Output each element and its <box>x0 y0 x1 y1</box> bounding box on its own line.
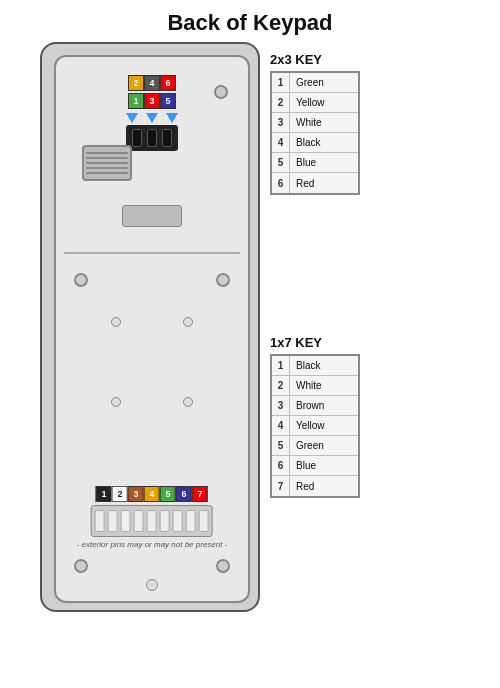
dot-mid-right-bot <box>183 397 193 407</box>
key-1x7-num-1: 1 <box>272 356 290 375</box>
key-2x3-color-6: Red <box>290 178 320 189</box>
top-connector: 2 4 6 1 3 5 <box>126 75 178 151</box>
bottom-circle <box>146 579 158 591</box>
connector-hole-1 <box>132 129 142 147</box>
arrow-1 <box>126 113 138 123</box>
mid-latch <box>122 205 182 227</box>
key-1x7-num-4: 4 <box>272 416 290 435</box>
key-2x3-num-5: 5 <box>272 153 290 172</box>
key-2x3-num-4: 4 <box>272 133 290 152</box>
bottom-pin-row: 1 2 3 4 5 6 7 <box>96 486 208 502</box>
screw-mid-right <box>216 273 230 287</box>
key-2x3-color-5: Blue <box>290 157 322 168</box>
page-title: Back of Keypad <box>0 0 500 42</box>
pin-b7: 7 <box>192 486 208 502</box>
key-2x3-row-6: 6 Red <box>272 173 358 193</box>
dot-mid-left-top <box>111 317 121 327</box>
bottom-pin-9 <box>199 510 209 532</box>
key-1x7-row-1: 1 Black <box>272 356 358 376</box>
dot-mid-right-top <box>183 317 193 327</box>
bottom-pin-3 <box>121 510 131 532</box>
key-2x3-row-4: 4 Black <box>272 133 358 153</box>
screw-top-right <box>214 85 228 99</box>
speaker <box>82 145 132 181</box>
key-2x3-table: 1 Green 2 Yellow 3 White 4 Black 5 Blu <box>270 71 360 195</box>
pin-b4: 4 <box>144 486 160 502</box>
speaker-line-2 <box>86 157 128 159</box>
key-2x3-row-3: 3 White <box>272 113 358 133</box>
h-divider <box>64 252 240 254</box>
key-2x3-color-3: White <box>290 117 328 128</box>
connector-block-top <box>126 125 178 151</box>
pin-5: 5 <box>160 93 176 109</box>
key-1x7-row-5: 5 Green <box>272 436 358 456</box>
bottom-pin-2 <box>108 510 118 532</box>
key-1x7-color-7: Red <box>290 481 320 492</box>
key-1x7-color-6: Blue <box>290 460 322 471</box>
speaker-line-5 <box>86 172 128 174</box>
key-1x7-color-3: Brown <box>290 400 330 411</box>
key-1x7-num-7: 7 <box>272 476 290 496</box>
pin-b2: 2 <box>112 486 128 502</box>
key-1x7-num-3: 3 <box>272 396 290 415</box>
side-keys: 2x3 KEY 1 Green 2 Yellow 3 White 4 Black <box>270 52 360 498</box>
screw-bot-left <box>74 559 88 573</box>
key-2x3-color-1: Green <box>290 77 330 88</box>
key-1x7-title: 1x7 KEY <box>270 335 322 350</box>
key-1x7-row-6: 6 Blue <box>272 456 358 476</box>
key-2x3-num-6: 6 <box>272 173 290 193</box>
bottom-pins-block <box>91 505 213 537</box>
key-2x3-num-1: 1 <box>272 73 290 92</box>
key-1x7-row-3: 3 Brown <box>272 396 358 416</box>
arrow-3 <box>166 113 178 123</box>
bottom-pin-5 <box>147 510 157 532</box>
key-1x7-color-5: Green <box>290 440 330 451</box>
pin-b1: 1 <box>96 486 112 502</box>
dot-mid-left-bot <box>111 397 121 407</box>
key-1x7-table: 1 Black 2 White 3 Brown 4 Yellow 5 Gre <box>270 354 360 498</box>
key-2x3-num-2: 2 <box>272 93 290 112</box>
key-1x7-color-1: Black <box>290 360 326 371</box>
top-pin-row1: 2 4 6 <box>128 75 176 91</box>
connector-arrows <box>126 113 178 123</box>
pin-1: 1 <box>128 93 144 109</box>
key-1x7-color-4: Yellow <box>290 420 331 431</box>
key-2x3-color-4: Black <box>290 137 326 148</box>
connector-hole-3 <box>162 129 172 147</box>
screw-mid-left <box>74 273 88 287</box>
key-2x3-color-2: Yellow <box>290 97 331 108</box>
pin-b6: 6 <box>176 486 192 502</box>
key-1x7-num-6: 6 <box>272 456 290 475</box>
bottom-pin-7 <box>173 510 183 532</box>
bottom-connector: 1 2 3 4 5 6 7 <box>77 486 228 549</box>
connector-hole-2 <box>147 129 157 147</box>
pin-6: 6 <box>160 75 176 91</box>
key-1x7-num-5: 5 <box>272 436 290 455</box>
keypad-diagram: 2 4 6 1 3 5 <box>40 42 260 612</box>
bottom-pin-8 <box>186 510 196 532</box>
exterior-note: - exterior pins may or may not be presen… <box>77 540 228 549</box>
arrow-2 <box>146 113 158 123</box>
bottom-pin-4 <box>134 510 144 532</box>
pin-3: 3 <box>144 93 160 109</box>
key-1x7-color-2: White <box>290 380 328 391</box>
key-2x3-row-1: 1 Green <box>272 73 358 93</box>
pin-b5: 5 <box>160 486 176 502</box>
top-pin-row2: 1 3 5 <box>128 93 176 109</box>
speaker-line-4 <box>86 167 128 169</box>
pin-2: 2 <box>128 75 144 91</box>
key-2x3-num-3: 3 <box>272 113 290 132</box>
key-1x7-section: 1x7 KEY 1 Black 2 White 3 Brown 4 Yellow <box>270 335 360 498</box>
key-1x7-row-2: 2 White <box>272 376 358 396</box>
key-1x7-row-7: 7 Red <box>272 476 358 496</box>
pin-4: 4 <box>144 75 160 91</box>
key-2x3-row-2: 2 Yellow <box>272 93 358 113</box>
key-2x3-section: 2x3 KEY 1 Green 2 Yellow 3 White 4 Black <box>270 52 360 195</box>
speaker-line-1 <box>86 152 128 154</box>
pin-b3: 3 <box>128 486 144 502</box>
key-1x7-row-4: 4 Yellow <box>272 416 358 436</box>
key-2x3-title: 2x3 KEY <box>270 52 322 67</box>
screw-bot-right <box>216 559 230 573</box>
speaker-line-3 <box>86 162 128 164</box>
key-1x7-num-2: 2 <box>272 376 290 395</box>
